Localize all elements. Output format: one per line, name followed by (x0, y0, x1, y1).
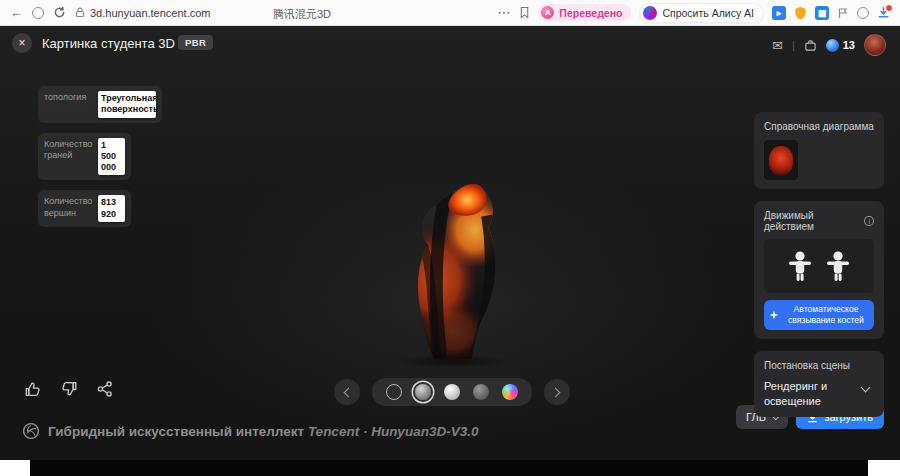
extension-icon-blue[interactable]: ▸ (772, 6, 786, 20)
browser-profile-icon[interactable] (32, 7, 44, 19)
coin-count: 13 (843, 39, 855, 51)
coin-icon (826, 39, 839, 52)
stat-value: Треугольная поверхность (98, 91, 156, 118)
3d-model[interactable] (378, 174, 526, 370)
stat-value: 813 920 (98, 195, 125, 222)
chevron-left-icon (344, 387, 354, 397)
stat-topology: топология Треугольная поверхность (38, 86, 162, 123)
bag-icon[interactable] (804, 39, 817, 52)
sparkle-icon (769, 310, 779, 320)
reference-image (769, 146, 793, 176)
browser-toolbar: ← 3d.hunyuan.tencent.com 腾讯混元3D ⋯ A Пере… (0, 0, 900, 26)
bookmark-icon[interactable] (519, 6, 530, 19)
stat-label: Количество вершин (44, 195, 92, 219)
rig-preview (764, 239, 874, 293)
stat-faces: Количество граней 1 500 000 (38, 133, 131, 181)
right-sidebar: Справочная диаграмма Движимый действием … (754, 112, 884, 417)
url-text: 3d.hunyuan.tencent.com (90, 7, 210, 19)
scene-mode-value: Рендеринг и освещение (764, 379, 856, 408)
thumbs-down-icon[interactable] (60, 380, 78, 398)
extension-icon-teal[interactable]: ▩ (815, 6, 829, 20)
more-icon[interactable]: ⋯ (497, 5, 511, 20)
divider: | (792, 39, 795, 51)
view-mode-carousel (334, 378, 570, 406)
stat-vertices: Количество вершин 813 920 (38, 190, 131, 227)
shield-extension-icon[interactable] (794, 6, 807, 20)
assistant-icon (643, 6, 657, 20)
next-view-button[interactable] (544, 379, 570, 405)
downloads-icon[interactable] (877, 6, 890, 19)
coin-balance[interactable]: 13 (826, 39, 855, 52)
chevron-right-icon (551, 387, 561, 397)
auto-rig-label: Автоматическое связывание костей (783, 304, 869, 326)
white-material-view-icon[interactable] (444, 384, 460, 400)
stat-label: топология (44, 91, 92, 104)
reference-panel-title: Справочная диаграмма (764, 121, 874, 132)
viewer-canvas[interactable]: × Картинка студента 3D PBR ✉ | 13 тополо… (0, 26, 900, 460)
reload-icon[interactable] (53, 6, 66, 19)
textured-view-icon[interactable] (502, 384, 518, 400)
scene-mode-select[interactable]: Рендеринг и освещение (764, 379, 874, 408)
extension-icon-circle[interactable] (857, 7, 869, 19)
back-icon[interactable]: ← (10, 6, 23, 19)
mesh-stats: топология Треугольная поверхность Количе… (38, 86, 162, 227)
brand-prefix: Гибридный искусственный интеллект (48, 424, 304, 439)
assistant-pill[interactable]: Спросить Алису AI (639, 3, 764, 23)
character-figure-icon (826, 250, 850, 282)
chevron-down-icon (861, 383, 871, 393)
gray-material-view-icon[interactable] (473, 384, 489, 400)
address-bar[interactable]: 3d.hunyuan.tencent.com (75, 7, 210, 19)
stat-value: 1 500 000 (98, 138, 125, 176)
share-icon[interactable] (96, 380, 114, 398)
lock-icon (75, 7, 85, 18)
auto-rig-button[interactable]: Автоматическое связывание костей (764, 300, 874, 330)
motion-panel-title: Движимый действием (764, 210, 860, 232)
reaction-bar (24, 380, 114, 398)
info-icon[interactable]: i (864, 216, 874, 226)
wireframe-view-icon[interactable] (386, 384, 402, 400)
browser-toolbar-right: ⋯ A Переведено Спросить Алису AI ▸ ▩ (497, 3, 890, 23)
stat-label: Количество граней (44, 138, 92, 162)
screen: ← 3d.hunyuan.tencent.com 腾讯混元3D ⋯ A Пере… (0, 0, 900, 476)
view-mode-pill (372, 378, 532, 406)
character-figure-icon (788, 250, 812, 282)
thumbs-up-icon[interactable] (24, 380, 42, 398)
avatar[interactable] (864, 34, 886, 56)
translate-icon: A (541, 6, 554, 19)
brand-footer: Гибридный искусственный интеллект Tencen… (22, 422, 478, 440)
translate-label: Переведено (559, 7, 622, 19)
pbr-badge: PBR (178, 35, 213, 50)
translate-pill[interactable]: A Переведено (538, 4, 631, 21)
brand-suffix: Tencent · Hunyuan3D-V3.0 (308, 424, 479, 439)
assistant-label: Спросить Алису AI (662, 7, 754, 19)
reference-image-thumbnail[interactable] (764, 140, 798, 180)
model-title: Картинка студента 3D (42, 36, 175, 51)
reference-panel: Справочная диаграмма (754, 112, 884, 189)
page-title: 腾讯混元3D (232, 7, 372, 22)
motion-panel: Движимый действием i Автоматическое свя (754, 201, 884, 339)
scene-panel: Постановка сцены Рендеринг и освещение (754, 351, 884, 417)
scene-panel-title: Постановка сцены (764, 360, 874, 371)
header-actions: ✉ | 13 (772, 34, 886, 56)
hunyuan-logo-icon (22, 422, 40, 440)
mail-icon[interactable]: ✉ (772, 39, 783, 52)
close-button[interactable]: × (12, 33, 32, 53)
flag-extension-icon[interactable] (837, 7, 849, 19)
taskbar[interactable] (30, 460, 868, 476)
brand-text: Гибридный искусственный интеллект Tencen… (48, 424, 478, 439)
clay-view-icon-selected[interactable] (415, 384, 431, 400)
prev-view-button[interactable] (334, 379, 360, 405)
